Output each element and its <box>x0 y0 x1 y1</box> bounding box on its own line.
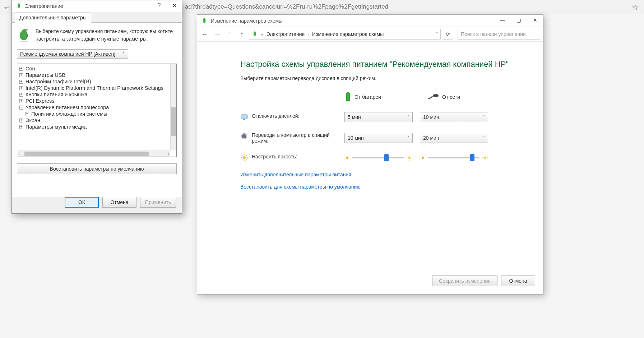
tab-advanced[interactable]: Дополнительные параметры <box>15 13 91 23</box>
advanced-settings-link[interactable]: Изменить дополнительные параметры питани… <box>240 172 529 177</box>
scrollbar-thumb[interactable] <box>171 107 176 136</box>
crumb-dropdown-icon[interactable]: ˅ <box>436 32 438 37</box>
tree-node-display[interactable]: +Экран <box>17 117 176 124</box>
save-changes-button: Сохранить изменения <box>432 276 497 286</box>
ok-button[interactable]: ОК <box>65 197 99 208</box>
combo-value: 10 мин <box>423 114 439 120</box>
nav-up-icon[interactable]: ↑ <box>237 30 247 38</box>
sun-small-icon <box>420 155 426 161</box>
slider-thumb[interactable] <box>384 154 389 161</box>
row-brightness-label: Настроить яркость: <box>252 154 297 159</box>
battery-icon <box>344 92 352 102</box>
display-battery-combo[interactable]: 5 мин ˅ <box>344 112 413 122</box>
minimize-button[interactable]: — <box>495 15 511 26</box>
sleep-ac-combo[interactable]: 20 мин ˅ <box>420 133 488 143</box>
chevron-down-icon: ˅ <box>483 115 485 120</box>
tree-node-pci-express[interactable]: +PCI Express <box>17 98 176 104</box>
svg-rect-8 <box>438 95 439 96</box>
nav-back-icon[interactable]: ← <box>200 30 210 38</box>
svg-rect-35 <box>18 4 19 4</box>
tree-node-cooling-policy[interactable]: +Политика охлаждения системы <box>17 111 176 117</box>
page-title: Настройка схемы управления питанием "Рек… <box>240 60 529 69</box>
col-header-battery: От батареи <box>344 92 413 102</box>
slider-thumb[interactable] <box>470 154 474 161</box>
vertical-scrollbar[interactable] <box>170 64 176 150</box>
back-arrow-icon[interactable]: ← <box>3 3 11 12</box>
restore-defaults-link[interactable]: Восстановить для схемы параметры по умол… <box>240 184 529 190</box>
sleep-battery-combo[interactable]: 10 мин ˅ <box>344 133 413 143</box>
cancel-button[interactable]: Отмена <box>501 276 535 286</box>
nav-forward-icon: → <box>212 30 222 38</box>
combo-value: 10 мин <box>348 135 364 141</box>
sun-large-icon <box>482 154 488 161</box>
help-button[interactable]: ? <box>152 0 167 10</box>
display-off-icon <box>240 113 248 121</box>
apply-button: Применить <box>140 197 176 208</box>
tree-node-power-buttons[interactable]: +Кнопки питания и крышка <box>17 91 176 98</box>
scheme-value: Рекомендуемая компанией HP [Активен] <box>20 51 115 57</box>
power-options-dialog: Электропитание ? ✕ Дополнительные параме… <box>11 0 182 214</box>
row-sleep-label: Переводить компьютер в спящий режим: <box>252 132 338 144</box>
bookmark-star-icon[interactable]: ☆ <box>632 3 639 12</box>
scroll-left-icon[interactable]: ‹ <box>18 152 20 156</box>
breadcrumb-sep: › <box>307 31 309 37</box>
maximize-button[interactable]: ▢ <box>511 15 527 26</box>
tree-node-multimedia[interactable]: +Параметры мультимедиа <box>17 124 176 130</box>
svg-rect-0 <box>203 18 206 23</box>
scroll-right-icon[interactable]: › <box>168 152 169 156</box>
tree-node-sleep[interactable]: +Сон <box>17 65 176 72</box>
restore-defaults-button[interactable]: Восстановить параметры по умолчанию <box>17 163 177 174</box>
close-button[interactable]: ✕ <box>167 0 182 10</box>
svg-rect-2 <box>254 32 256 36</box>
svg-rect-10 <box>241 115 247 119</box>
tree-node-intel-graphics[interactable]: +Настройки графики Intel(R) <box>17 78 176 85</box>
brightness-battery-slider[interactable] <box>344 154 413 161</box>
horizontal-scrollbar[interactable]: ‹ › <box>17 151 170 157</box>
titlebar: Изменение параметров схемы — ▢ ✕ <box>197 15 543 27</box>
search-input[interactable]: Поиск в панели управления <box>458 29 540 40</box>
scrollbar-thumb[interactable] <box>24 152 149 156</box>
svg-rect-11 <box>243 119 245 120</box>
tree-node-intel-dptf[interactable]: +Intel(R) Dynamic Platform and Thermal F… <box>17 85 176 91</box>
slider-track[interactable] <box>428 157 479 158</box>
refresh-button[interactable]: ⟳ <box>443 29 453 40</box>
brightness-ac-slider[interactable] <box>420 154 488 161</box>
display-ac-combo[interactable]: 10 мин ˅ <box>420 112 488 122</box>
tree-node-processor-power[interactable]: −Управление питанием процессора <box>17 104 176 111</box>
svg-rect-9 <box>438 96 439 97</box>
brightness-icon <box>240 154 248 162</box>
plug-icon <box>427 94 439 100</box>
cancel-button[interactable]: Отмена <box>102 197 136 208</box>
crumb-power[interactable]: Электропитание <box>267 31 305 37</box>
address-bar-row: ← → ˅ ↑ « Электропитание › Изменение пар… <box>197 27 543 42</box>
breadcrumb[interactable]: « Электропитание › Изменение параметров … <box>249 29 441 40</box>
combo-value: 20 мин <box>423 135 439 141</box>
slider-track[interactable] <box>352 157 404 158</box>
svg-line-21 <box>242 159 242 160</box>
svg-rect-4 <box>346 93 350 101</box>
recent-locations-icon[interactable]: ˅ <box>224 31 235 37</box>
crumb-edit[interactable]: Изменение параметров схемы <box>312 31 384 37</box>
breadcrumb-icon <box>251 31 258 37</box>
settings-tree[interactable]: +Сон +Параметры USB +Настройки графики I… <box>17 64 177 157</box>
tree-node-usb[interactable]: +Параметры USB <box>17 72 176 78</box>
page-subtitle: Выберите параметры перевода дисплея в сп… <box>240 75 529 81</box>
titlebar: Электропитание ? ✕ <box>12 0 182 12</box>
sun-small-icon <box>344 155 350 161</box>
svg-point-13 <box>243 156 246 159</box>
scheme-dropdown[interactable]: Рекомендуемая компанией HP [Активен] ˅ <box>17 49 128 59</box>
svg-point-28 <box>422 157 424 159</box>
chevron-down-icon: ˅ <box>407 136 409 140</box>
svg-rect-34 <box>18 4 20 8</box>
chevron-down-icon: ˅ <box>122 51 125 57</box>
sun-large-icon <box>406 154 413 161</box>
svg-point-23 <box>408 157 411 159</box>
col-header-ac: От сети <box>427 92 495 102</box>
svg-point-29 <box>484 157 486 159</box>
svg-line-19 <box>246 159 247 160</box>
svg-rect-1 <box>204 18 205 19</box>
close-button[interactable]: ✕ <box>527 15 543 26</box>
svg-point-38 <box>19 41 28 42</box>
svg-line-20 <box>246 155 247 156</box>
dialog-intro-text: Выберите схему управления питанием, кото… <box>36 28 177 43</box>
